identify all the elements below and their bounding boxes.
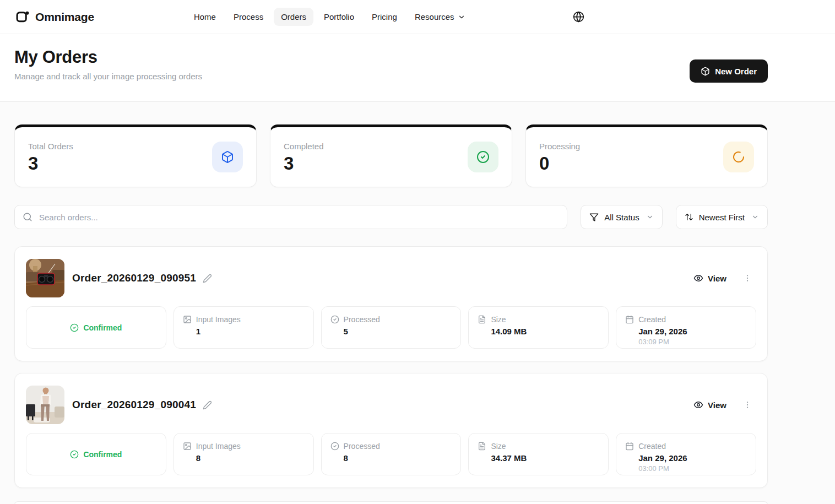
view-label: View [708, 274, 726, 283]
calendar-icon [625, 315, 634, 324]
check-circle-icon [70, 323, 79, 332]
status-badge: Confirmed [83, 323, 122, 332]
page-title: My Orders [14, 47, 97, 67]
view-label: View [708, 400, 726, 410]
stat-label: Processing [539, 142, 754, 151]
stat-label: Completed [284, 142, 498, 151]
view-order-button[interactable]: View [693, 273, 726, 283]
check-circle-icon [468, 142, 498, 172]
order-created-box: Created Jan 29, 2026 03:09 PM [616, 306, 756, 349]
order-stats-row: Confirmed Input Images 1 [15, 306, 767, 361]
processed-label: Processed [344, 442, 380, 451]
page-subtitle: Manage and track all your image processi… [14, 72, 202, 81]
check-circle-icon [330, 442, 339, 451]
size-label: Size [491, 315, 506, 324]
new-order-button[interactable]: New Order [690, 59, 768, 83]
arrows-up-down-icon [685, 213, 693, 221]
size-value: 34.37 MB [491, 453, 599, 463]
stat-value: 3 [28, 153, 243, 174]
order-size-box: Size 34.37 MB [468, 433, 609, 475]
processed-value: 8 [344, 453, 452, 463]
nav-item-home[interactable]: Home [187, 8, 223, 26]
order-name: Order_20260129_090041 [72, 399, 196, 411]
order-processed-box: Processed 8 [321, 433, 462, 475]
created-date: Jan 29, 2026 [638, 327, 747, 336]
order-created-box: Created Jan 29, 2026 03:00 PM [616, 433, 756, 475]
nav-item-resources[interactable]: Resources [408, 8, 473, 26]
file-icon [478, 315, 486, 324]
stat-card-completed: Completed 3 [270, 124, 512, 187]
search-icon [23, 212, 32, 222]
order-stats-row: Confirmed Input Images 8 [15, 433, 767, 487]
package-icon [701, 67, 710, 76]
eye-icon [693, 273, 703, 283]
order-status-box: Confirmed [26, 433, 166, 475]
stat-card-processing: Processing 0 [525, 124, 768, 187]
kebab-menu-icon[interactable] [741, 272, 754, 285]
stat-card-total-orders: Total Orders 3 [14, 124, 257, 187]
created-label: Created [638, 315, 666, 324]
check-circle-icon [70, 450, 79, 459]
spinner-icon [723, 142, 754, 172]
nav-item-resources-label: Resources [415, 12, 454, 21]
status-filter-button[interactable]: All Status [581, 205, 662, 229]
processed-value: 5 [344, 327, 452, 336]
nav-item-process[interactable]: Process [226, 8, 270, 26]
nav-item-portfolio[interactable]: Portfolio [317, 8, 361, 26]
input-images-value: 1 [196, 327, 305, 336]
top-nav: Omnimage Home Process Orders Portfolio P… [0, 0, 835, 34]
nav-links: Home Process Orders Portfolio Pricing Re… [187, 8, 473, 26]
created-date: Jan 29, 2026 [638, 453, 747, 463]
image-icon [183, 442, 192, 451]
edit-pencil-icon[interactable] [203, 274, 212, 283]
new-order-label: New Order [715, 67, 757, 76]
calendar-icon [625, 442, 634, 451]
input-images-label: Input Images [196, 315, 241, 324]
created-label: Created [638, 442, 666, 451]
eye-icon [693, 400, 703, 410]
view-order-button[interactable]: View [693, 400, 726, 410]
edit-pencil-icon[interactable] [203, 400, 212, 410]
order-thumbnail-boombox[interactable] [26, 259, 64, 297]
order-card: Order_20260129_090041 V [14, 373, 768, 488]
status-filter-label: All Status [604, 213, 639, 222]
sort-button[interactable]: Newest First [676, 205, 768, 229]
order-input-images-box: Input Images 8 [173, 433, 314, 475]
omnimage-logo-icon [15, 9, 30, 24]
stat-value: 0 [539, 153, 754, 174]
order-card-partial [14, 501, 768, 504]
search-input[interactable] [14, 205, 567, 229]
processed-label: Processed [344, 315, 380, 324]
order-card-header: Order_20260129_090041 V [15, 373, 767, 433]
nav-item-pricing[interactable]: Pricing [365, 8, 404, 26]
created-time: 03:00 PM [638, 464, 747, 473]
input-images-value: 8 [196, 453, 305, 463]
sort-label: Newest First [699, 213, 745, 222]
stat-label: Total Orders [28, 142, 243, 151]
order-card: Order_20260129_090951 V [14, 246, 768, 361]
stat-value: 3 [284, 153, 498, 174]
check-circle-icon [330, 315, 339, 324]
order-thumbnail-fashion-model[interactable] [26, 386, 64, 424]
order-size-box: Size 14.09 MB [468, 306, 609, 349]
order-input-images-box: Input Images 1 [173, 306, 314, 349]
chevron-down-icon [458, 13, 465, 21]
brand-name: Omnimage [35, 10, 94, 24]
status-badge: Confirmed [83, 450, 122, 459]
order-processed-box: Processed 5 [321, 306, 462, 349]
package-icon [212, 142, 243, 172]
page-header: My Orders Manage and track all your imag… [0, 34, 835, 102]
brand-logo[interactable]: Omnimage [15, 9, 94, 24]
stats-row: Total Orders 3 Completed 3 [14, 102, 768, 187]
chevron-down-icon [646, 213, 654, 221]
created-time: 03:09 PM [638, 338, 747, 346]
size-value: 14.09 MB [491, 327, 599, 336]
size-label: Size [491, 442, 506, 451]
kebab-menu-icon[interactable] [741, 398, 754, 411]
search-wrap [14, 205, 567, 229]
file-icon [478, 442, 486, 451]
globe-icon[interactable] [573, 11, 584, 23]
nav-item-orders[interactable]: Orders [274, 8, 313, 26]
funnel-icon [589, 213, 599, 222]
order-card-header: Order_20260129_090951 V [15, 247, 767, 306]
